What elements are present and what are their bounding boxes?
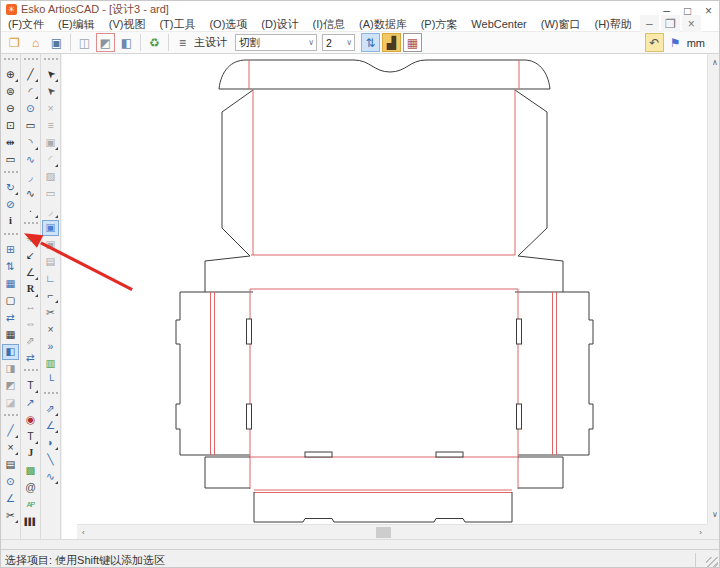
image-tool[interactable]: ▨	[42, 169, 59, 185]
radius-tool[interactable]: R	[22, 282, 39, 298]
scroll-up-icon[interactable]: ∧	[712, 59, 718, 67]
mdi-minimize-button[interactable]: –	[640, 15, 659, 34]
copy-stack-tool[interactable]: ▤	[42, 254, 59, 270]
view-direction-tool[interactable]: ◉	[22, 412, 39, 428]
palette-drag-handle[interactable]	[44, 58, 58, 64]
rectangle-tool[interactable]: ▭	[22, 118, 39, 134]
menu-item[interactable]: (T)工具	[152, 17, 202, 32]
fill-area-tool[interactable]: ◩	[2, 378, 19, 394]
layers-tool[interactable]: ≡	[42, 118, 59, 134]
dim-slope-tool[interactable]: ⇗	[42, 401, 59, 417]
arc-point-tool[interactable]: ◞	[22, 169, 39, 185]
italic-text-tool[interactable]: J	[22, 446, 39, 462]
zoom-in-tool[interactable]: ⊕	[2, 67, 19, 83]
info-tool[interactable]: i	[2, 214, 19, 230]
run-standard-button[interactable]: ⌂	[26, 33, 45, 52]
zigzag-tool[interactable]: ∿	[42, 469, 59, 485]
fit-screen-tool[interactable]: ▭	[2, 152, 19, 168]
select-tool[interactable]: ➤	[42, 67, 59, 83]
pan-tool[interactable]: ⇹	[2, 135, 19, 151]
main-design-button[interactable]: ≡	[173, 33, 192, 52]
open-button[interactable]: ❐	[5, 33, 24, 52]
convert-server-button[interactable]: ♻	[145, 33, 164, 52]
fill-counter-tool[interactable]: ◧	[2, 344, 19, 360]
mdi-close-button[interactable]: ×	[682, 15, 701, 34]
press-view-toggle[interactable]: ▟	[382, 33, 401, 52]
shadow-box-tool[interactable]: ▣	[42, 237, 59, 253]
palette-drag-handle[interactable]	[24, 58, 38, 64]
scroll-down-icon[interactable]: ∨	[712, 511, 718, 519]
print-item-tool[interactable]: ▥	[42, 356, 59, 372]
resize-grip-icon[interactable]	[706, 557, 718, 568]
counter-plus-tool[interactable]: ▦	[2, 276, 19, 292]
palette-drag-handle[interactable]	[4, 171, 18, 177]
scroll-right-icon[interactable]: ›	[699, 529, 702, 537]
chevron-tool[interactable]: »	[42, 339, 59, 355]
zoom-out-tool[interactable]: ⊖	[2, 101, 19, 117]
bezier-tool[interactable]: ∿	[22, 152, 39, 168]
auto-position-tool[interactable]: AP	[22, 497, 39, 513]
dim-diagonal-tool[interactable]: ⇗	[22, 333, 39, 349]
attach-file-tool[interactable]: @	[22, 480, 39, 496]
text-tool[interactable]: T	[22, 378, 39, 394]
line-tool[interactable]: ╱	[22, 67, 39, 83]
arrow-up-tool[interactable]: ↗	[22, 395, 39, 411]
menu-item[interactable]: (E)编辑	[51, 17, 102, 32]
convert-to-3d-button[interactable]: ◫	[75, 33, 94, 52]
point-line-tool[interactable]: ∙	[22, 203, 39, 219]
menu-item[interactable]: (V)视图	[102, 17, 153, 32]
vertical-scrollbar[interactable]: ∧ ∨	[707, 54, 720, 524]
dim-vertical-tool[interactable]: ⇔	[22, 316, 39, 332]
counter-add-tool[interactable]: ⊞	[2, 242, 19, 258]
dim-horizontal-tool[interactable]: ↔	[22, 299, 39, 315]
wave-tool[interactable]: ∿	[22, 186, 39, 202]
arc-tool[interactable]: ◜	[22, 84, 39, 100]
arrow-sw-tool[interactable]: ↙	[22, 248, 39, 264]
horizontal-scrollbar[interactable]: ‹ ›	[77, 524, 707, 539]
output-monitor-tool[interactable]: ▢	[2, 293, 19, 309]
layout-table-tool[interactable]: ▦	[2, 327, 19, 343]
circle-tool[interactable]: ⊙	[22, 101, 39, 117]
menu-item[interactable]: WebCenter	[464, 18, 533, 30]
l-move-tool[interactable]: ∟	[42, 271, 59, 287]
move-point-tool[interactable]: ⇄	[22, 350, 39, 366]
design-canvas[interactable]	[62, 54, 707, 524]
angle-measure-tool[interactable]: ∠	[22, 265, 39, 281]
menu-item[interactable]: (I)信息	[306, 17, 352, 32]
zoom-window-tool[interactable]: ⊡	[2, 118, 19, 134]
menu-item[interactable]: (O)选项	[202, 17, 254, 32]
view-3d-button[interactable]: ◧	[117, 33, 136, 52]
rotate-view-tool[interactable]: ↻	[2, 180, 19, 196]
offset-star-tool[interactable]: ✳	[22, 231, 39, 247]
add-to-3d-button[interactable]: ◩	[96, 33, 115, 52]
hatch-tool[interactable]: ▤	[2, 457, 19, 473]
menu-item[interactable]: (A)数据库	[352, 17, 414, 32]
palette-drag-handle[interactable]	[4, 233, 18, 239]
fill-gray-tool[interactable]: ◪	[2, 395, 19, 411]
group-copy-tool[interactable]: ▣	[42, 135, 59, 151]
resize-tool[interactable]: ▭	[42, 186, 59, 202]
workspace-button[interactable]: ⚑	[666, 33, 685, 52]
menu-item[interactable]: (P)方案	[414, 17, 465, 32]
knife-tool[interactable]: ✂	[42, 305, 59, 321]
cross-erase-tool[interactable]: ×	[2, 440, 19, 456]
cut-curve-tool[interactable]: ✂	[2, 508, 19, 524]
menu-item[interactable]: (D)设计	[254, 17, 305, 32]
extrude-3d-tool[interactable]: ▣	[42, 220, 59, 236]
pointage-dropdown[interactable]: 2∨	[322, 34, 355, 51]
save-button[interactable]: ▣	[47, 33, 66, 52]
menu-item[interactable]: (H)帮助	[588, 17, 639, 32]
undo-button[interactable]: ↶	[645, 33, 664, 52]
layer-swap-toggle[interactable]: ⇅	[361, 33, 380, 52]
zoom-previous-tool[interactable]: ⊜	[2, 84, 19, 100]
fillet-tool[interactable]: ◜	[42, 152, 59, 168]
line-diag-tool[interactable]: ╲	[42, 452, 59, 468]
menu-item[interactable]: (F)文件	[1, 17, 51, 32]
fill-pattern-tool[interactable]: ▩	[22, 463, 39, 479]
arc-dim-tool[interactable]: ◗	[42, 435, 59, 451]
paragraph-text-tool[interactable]: T	[22, 429, 39, 445]
curve-tool[interactable]: ◝	[22, 135, 39, 151]
counter-swap-tool[interactable]: ⇅	[2, 259, 19, 275]
barcode-tool[interactable]: ▌▌▌	[22, 514, 39, 530]
scrollbar-thumb[interactable]	[376, 527, 391, 538]
